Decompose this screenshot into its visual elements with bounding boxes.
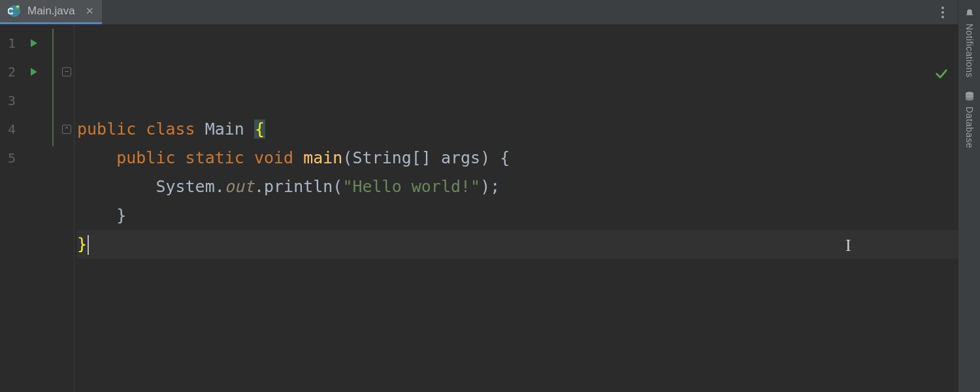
file-tab-label: Main.java [27, 5, 75, 18]
line-number: 5 [0, 144, 22, 172]
run-gutter-icon[interactable] [22, 38, 46, 48]
file-tab[interactable]: Main.java ✕ [0, 0, 102, 24]
right-tool-rail: NotificationsDatabase [958, 0, 980, 392]
rail-item-notifications[interactable]: Notifications [964, 5, 975, 86]
gutter-row: 3 [0, 86, 74, 115]
gutter-row: 2− [0, 57, 74, 86]
code-line[interactable]: } [77, 230, 958, 259]
analysis-ok-icon[interactable] [836, 33, 949, 119]
line-number: 1 [0, 29, 22, 57]
gutter-row: 4⌃ [0, 115, 74, 144]
ide-window: Main.java ✕ 12−34⌃5 public class Main { … [0, 0, 980, 392]
code-content[interactable]: public class Main { public static void m… [74, 25, 958, 392]
tab-more-button[interactable] [933, 3, 953, 22]
close-icon[interactable]: ✕ [86, 5, 94, 17]
line-number: 4 [0, 115, 22, 144]
rail-item-database[interactable]: Database [964, 88, 975, 156]
run-gutter-icon[interactable] [22, 67, 46, 77]
text-cursor-icon: I [845, 231, 851, 260]
code-area: 12−34⌃5 public class Main { public stati… [0, 25, 958, 392]
caret [88, 235, 89, 255]
code-line[interactable]: public class Main { [77, 115, 958, 144]
kebab-icon [941, 7, 944, 18]
gutter-row: 1 [0, 29, 74, 57]
bell-icon [964, 8, 975, 20]
rail-label: Database [964, 106, 975, 148]
editor-pane: Main.java ✕ 12−34⌃5 public class Main { … [0, 0, 958, 392]
database-icon [964, 91, 975, 103]
tab-bar: Main.java ✕ [0, 0, 958, 25]
line-number: 3 [0, 86, 22, 115]
java-class-icon [8, 5, 21, 18]
fold-end[interactable]: ⌃ [62, 115, 71, 144]
code-line[interactable]: System.out.println("Hello world!"); [77, 172, 958, 201]
gutter-row: 5 [0, 144, 74, 172]
fold-toggle[interactable]: − [62, 57, 71, 86]
rail-label: Notifications [964, 24, 975, 78]
gutter: 12−34⌃5 [0, 25, 74, 392]
code-line[interactable]: } [77, 201, 958, 230]
line-number: 2 [0, 57, 22, 86]
code-line[interactable]: public static void main(String[] args) { [77, 144, 958, 172]
